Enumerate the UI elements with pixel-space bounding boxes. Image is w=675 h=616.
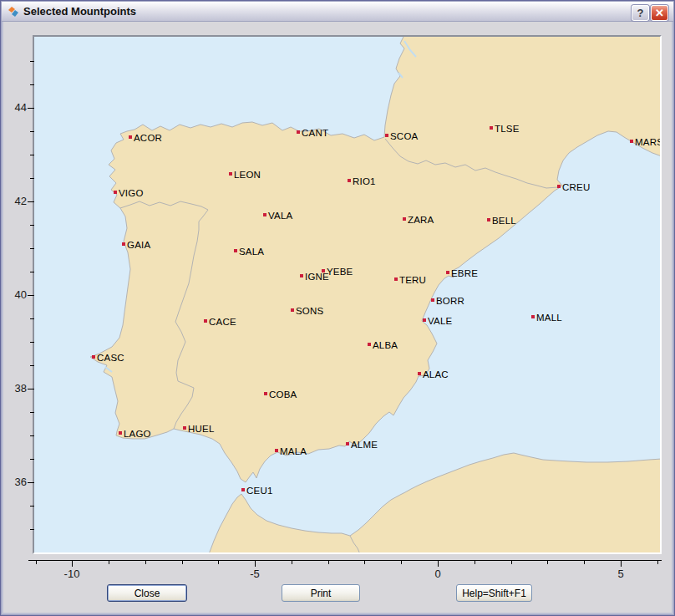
x-tick (621, 560, 622, 567)
x-tick (72, 560, 73, 567)
x-tick (511, 560, 512, 564)
x-tick (657, 560, 658, 564)
app-icon (7, 5, 20, 18)
x-tick (36, 560, 37, 564)
close-titlebar-button[interactable]: ✕ (651, 5, 668, 21)
x-tick (401, 560, 402, 564)
x-axis-line (28, 560, 662, 561)
close-button[interactable]: Close (107, 584, 187, 602)
help-button[interactable]: Help=Shift+F1 (456, 584, 532, 602)
selected-mountpoints-window: Selected Mountpoints ? ✕ ACORCANTSCOATLS… (0, 0, 675, 616)
help-titlebar-button[interactable]: ? (632, 5, 649, 21)
x-tick (182, 560, 183, 564)
y-tick-label: 36 (3, 476, 27, 488)
x-tick (145, 560, 146, 564)
print-button[interactable]: Print (282, 584, 360, 602)
x-tick (109, 560, 109, 564)
x-tick-label: -10 (64, 568, 80, 580)
x-tick (328, 560, 329, 564)
y-tick-label: 42 (3, 195, 27, 207)
x-tick (255, 560, 256, 567)
window-title: Selected Mountpoints (23, 5, 136, 18)
title-bar[interactable]: Selected Mountpoints ? ✕ (2, 2, 673, 22)
x-tick (364, 560, 365, 564)
x-tick (292, 560, 292, 564)
x-tick (584, 560, 585, 564)
x-tick (218, 560, 219, 564)
x-tick (438, 560, 439, 567)
x-tick-label: 5 (617, 568, 623, 580)
x-tick-label: 0 (434, 568, 440, 580)
x-tick (475, 560, 475, 564)
map-plot-area: ACORCANTSCOATLSEMARSLEONRIO1CREUVIGOVALA… (33, 35, 662, 554)
x-tick-label: -5 (250, 568, 260, 580)
y-tick-label: 40 (3, 288, 27, 301)
y-tick-label: 38 (3, 382, 27, 395)
y-tick-label: 44 (3, 101, 27, 114)
iberia-map (34, 37, 660, 552)
x-tick (547, 560, 548, 564)
